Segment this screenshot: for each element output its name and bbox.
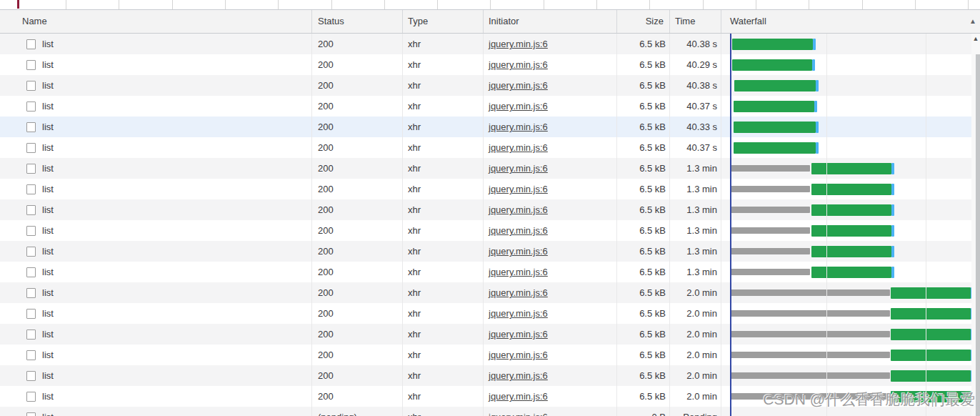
waterfall-download-bar: [811, 246, 891, 257]
initiator-link[interactable]: jquery.min.js:6: [489, 101, 548, 112]
table-row[interactable]: list200xhrjquery.min.js:66.5 kB2.0 min: [0, 282, 980, 303]
initiator-link[interactable]: jquery.min.js:6: [489, 308, 548, 319]
column-header-size[interactable]: Size: [617, 10, 670, 33]
waterfall-cell[interactable]: [721, 241, 980, 262]
status-cell: 200: [312, 137, 403, 158]
table-row[interactable]: list200xhrjquery.min.js:66.5 kB1.3 min: [0, 158, 980, 179]
waterfall-cell[interactable]: [721, 54, 980, 75]
network-panel: Name Status Type Initiator Size Time Wat…: [0, 0, 980, 416]
row-checkbox[interactable]: [26, 371, 36, 381]
initiator-link[interactable]: jquery.min.js:6: [489, 122, 548, 132]
row-checkbox[interactable]: [26, 60, 36, 70]
column-header-type[interactable]: Type: [403, 10, 484, 33]
table-row[interactable]: list200xhrjquery.min.js:66.5 kB1.3 min: [0, 220, 980, 241]
table-row[interactable]: list200xhrjquery.min.js:66.5 kB1.3 min: [0, 199, 980, 220]
waterfall-cell[interactable]: [721, 199, 980, 220]
table-row[interactable]: list200xhrjquery.min.js:66.5 kB40.37 s: [0, 96, 980, 117]
initiator-link[interactable]: jquery.min.js:6: [489, 267, 548, 277]
status-cell: 200: [312, 75, 403, 96]
waterfall-cell[interactable]: [721, 34, 980, 54]
table-row[interactable]: list200xhrjquery.min.js:66.5 kB40.38 s: [0, 34, 980, 54]
table-row[interactable]: list200xhrjquery.min.js:66.5 kB1.3 min: [0, 262, 980, 282]
initiator-link[interactable]: jquery.min.js:6: [489, 39, 548, 49]
initiator-cell: jquery.min.js:6: [484, 303, 617, 324]
waterfall-cell[interactable]: [721, 365, 980, 386]
column-header-time[interactable]: Time: [670, 10, 721, 33]
waterfall-cell[interactable]: [721, 345, 980, 365]
row-checkbox[interactable]: [26, 164, 36, 174]
name-cell: list: [0, 96, 312, 117]
table-row[interactable]: list200xhrjquery.min.js:66.5 kB1.3 min: [0, 241, 980, 262]
column-header-waterfall[interactable]: Waterfall ▲: [721, 10, 980, 33]
row-checkbox[interactable]: [26, 226, 36, 236]
size-cell: 6.5 kB: [617, 158, 670, 179]
row-checkbox[interactable]: [26, 101, 36, 112]
table-row[interactable]: list200xhrjquery.min.js:66.5 kB40.37 s: [0, 137, 980, 158]
initiator-link[interactable]: jquery.min.js:6: [489, 80, 548, 91]
row-checkbox[interactable]: [26, 392, 36, 402]
row-checkbox[interactable]: [26, 81, 36, 91]
initiator-link[interactable]: jquery.min.js:6: [489, 142, 548, 153]
initiator-link[interactable]: jquery.min.js:6: [489, 59, 548, 70]
waterfall-waiting-tip: [816, 122, 819, 133]
waterfall-cell[interactable]: [721, 220, 980, 241]
initiator-link[interactable]: jquery.min.js:6: [489, 204, 548, 215]
table-row[interactable]: list200xhrjquery.min.js:66.5 kB40.38 s: [0, 75, 980, 96]
waterfall-cell[interactable]: [721, 137, 980, 158]
table-row[interactable]: list200xhrjquery.min.js:66.5 kB40.29 s: [0, 54, 980, 75]
waterfall-cell[interactable]: [721, 117, 980, 137]
waterfall-stalled-bar: [731, 289, 890, 296]
initiator-link[interactable]: jquery.min.js:6: [489, 391, 548, 402]
vertical-scrollbar[interactable]: ▲: [971, 34, 980, 416]
waterfall-cell[interactable]: [721, 96, 980, 117]
table-row[interactable]: list200xhrjquery.min.js:66.5 kB2.0 min: [0, 365, 980, 386]
request-name: list: [42, 282, 54, 303]
column-header-name[interactable]: Name: [0, 10, 312, 33]
initiator-link[interactable]: jquery.min.js:6: [489, 225, 548, 236]
initiator-link[interactable]: jquery.min.js:6: [489, 329, 548, 340]
row-checkbox[interactable]: [26, 412, 36, 416]
waterfall-cell[interactable]: [721, 179, 980, 199]
sort-ascending-icon[interactable]: ▲: [969, 10, 976, 32]
column-header-initiator[interactable]: Initiator: [484, 10, 617, 33]
table-row[interactable]: list200xhrjquery.min.js:66.5 kB2.0 min: [0, 303, 980, 324]
table-row[interactable]: list200xhrjquery.min.js:66.5 kB2.0 min: [0, 324, 980, 345]
row-checkbox[interactable]: [26, 184, 36, 194]
status-cell: 200: [312, 220, 403, 241]
status-cell: 200: [312, 34, 403, 54]
column-header-status[interactable]: Status: [312, 10, 403, 33]
scrollbar-up-icon[interactable]: ▲: [971, 35, 980, 42]
table-row[interactable]: list200xhrjquery.min.js:66.5 kB1.3 min: [0, 179, 980, 199]
row-checkbox[interactable]: [26, 205, 36, 215]
waterfall-stalled-bar: [731, 352, 890, 358]
row-checkbox[interactable]: [26, 122, 36, 132]
waterfall-cell[interactable]: [721, 75, 980, 96]
row-checkbox[interactable]: [26, 39, 36, 49]
scrollbar-thumb[interactable]: [976, 54, 980, 416]
table-row[interactable]: list200xhrjquery.min.js:66.5 kB40.33 s: [0, 117, 980, 137]
name-cell: list: [0, 324, 312, 345]
row-checkbox[interactable]: [26, 309, 36, 319]
waterfall-cell[interactable]: [721, 282, 980, 303]
row-checkbox[interactable]: [26, 267, 36, 277]
initiator-link[interactable]: jquery.min.js:6: [489, 350, 548, 360]
initiator-link[interactable]: jquery.min.js:6: [489, 163, 548, 174]
initiator-link[interactable]: jquery.min.js:6: [489, 184, 548, 194]
row-checkbox[interactable]: [26, 350, 36, 360]
waterfall-cell[interactable]: [721, 158, 980, 179]
waterfall-cell[interactable]: [721, 303, 980, 324]
waterfall-cell[interactable]: [721, 262, 980, 282]
initiator-link[interactable]: jquery.min.js:6: [489, 370, 548, 381]
request-name: list: [42, 54, 54, 75]
row-checkbox[interactable]: [26, 288, 36, 298]
network-overview-strip[interactable]: [0, 0, 980, 10]
waterfall-cell[interactable]: [721, 324, 980, 345]
time-cell: 2.0 min: [670, 345, 721, 365]
initiator-link[interactable]: jquery.min.js:6: [489, 412, 548, 416]
row-checkbox[interactable]: [26, 143, 36, 153]
table-row[interactable]: list200xhrjquery.min.js:66.5 kB2.0 min: [0, 345, 980, 365]
initiator-link[interactable]: jquery.min.js:6: [489, 287, 548, 298]
row-checkbox[interactable]: [26, 330, 36, 340]
row-checkbox[interactable]: [26, 247, 36, 257]
initiator-link[interactable]: jquery.min.js:6: [489, 246, 548, 257]
